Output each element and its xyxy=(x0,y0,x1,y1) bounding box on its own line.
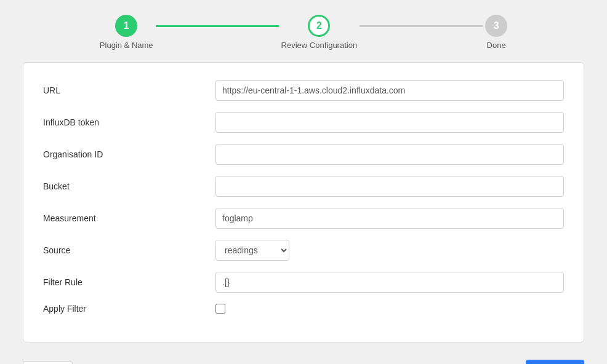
token-label: InfluxDB token xyxy=(43,117,215,127)
step-3-label: Done xyxy=(487,41,506,50)
measurement-input[interactable] xyxy=(215,208,564,229)
step-3-circle: 3 xyxy=(485,15,507,37)
step-3: 3 Done xyxy=(485,15,507,50)
url-row: URL xyxy=(43,80,564,101)
step-line-1 xyxy=(156,25,279,27)
step-2-circle: 2 xyxy=(308,15,330,37)
org-row: Organisation ID xyxy=(43,144,564,165)
bucket-input[interactable] xyxy=(215,176,564,197)
filter-rule-input[interactable] xyxy=(215,272,564,293)
step-2-label: Review Configuration xyxy=(281,41,358,50)
filter-rule-row: Filter Rule xyxy=(43,272,564,293)
next-button[interactable]: Next xyxy=(526,360,584,364)
measurement-label: Measurement xyxy=(43,213,215,223)
url-input[interactable] xyxy=(215,80,564,101)
apply-filter-row: Apply Filter xyxy=(43,304,564,314)
back-button[interactable]: Back xyxy=(23,361,73,365)
source-row: Source readings statistics xyxy=(43,240,564,261)
apply-filter-label: Apply Filter xyxy=(43,304,215,314)
bucket-label: Bucket xyxy=(43,181,215,191)
source-select[interactable]: readings statistics xyxy=(215,240,289,261)
stepper: 1 Plugin & Name 2 Review Configuration 3… xyxy=(0,0,607,62)
measurement-row: Measurement xyxy=(43,208,564,229)
apply-filter-checkbox[interactable] xyxy=(215,304,225,314)
source-select-wrapper: readings statistics xyxy=(215,240,289,261)
footer: Back Next xyxy=(23,360,584,364)
token-row: InfluxDB token xyxy=(43,112,564,133)
step-line-2 xyxy=(360,25,483,27)
source-label: Source xyxy=(43,245,215,255)
step-1-label: Plugin & Name xyxy=(100,41,153,50)
step-2: 2 Review Configuration xyxy=(281,15,358,50)
step-1: 1 Plugin & Name xyxy=(100,15,153,50)
org-label: Organisation ID xyxy=(43,149,215,159)
url-label: URL xyxy=(43,85,215,95)
bucket-row: Bucket xyxy=(43,176,564,197)
org-input[interactable] xyxy=(215,144,564,165)
config-card: URL InfluxDB token Organisation ID Bucke… xyxy=(23,62,584,342)
filter-rule-label: Filter Rule xyxy=(43,277,215,287)
token-input[interactable] xyxy=(215,112,564,133)
step-1-circle: 1 xyxy=(115,15,137,37)
